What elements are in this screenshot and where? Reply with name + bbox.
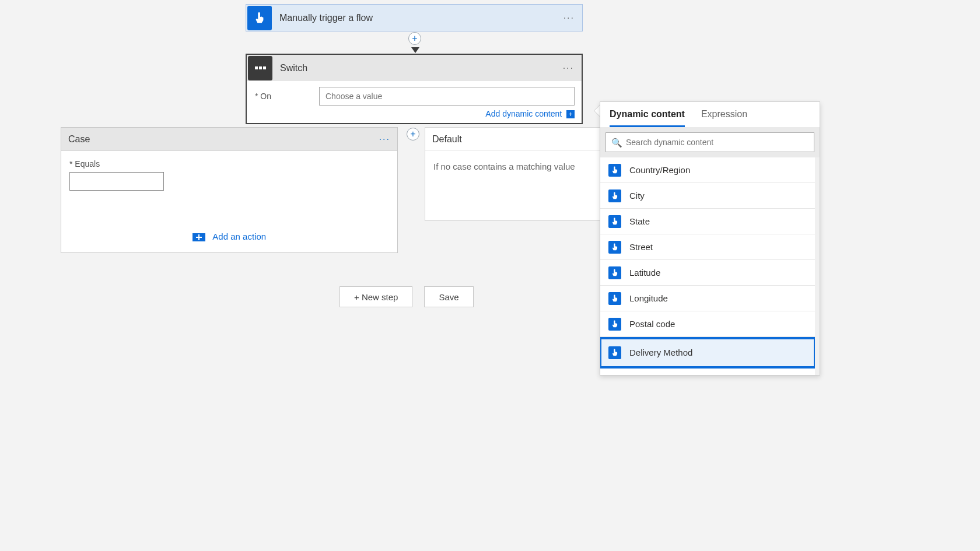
case-card: Case ··· * Equals Add an action [61, 127, 398, 253]
dynamic-content-search-input[interactable] [606, 132, 814, 152]
connector: + [408, 32, 422, 54]
touch-icon [253, 12, 266, 24]
search-icon: 🔍 [611, 138, 622, 148]
dynamic-content-item-label: Street [629, 242, 653, 252]
dynamic-content-panel: Dynamic content Expression 🔍 Country/Reg… [600, 101, 820, 375]
trigger-source-icon [608, 189, 621, 202]
trigger-source-icon [608, 164, 621, 177]
default-title: Default [432, 134, 462, 145]
dynamic-content-item[interactable]: City [600, 183, 815, 209]
dynamic-content-item[interactable]: Country/Region [600, 157, 815, 183]
dynamic-content-item-label: Country/Region [629, 165, 690, 175]
trigger-source-icon [608, 215, 621, 228]
switch-title: Switch [280, 63, 307, 73]
dynamic-content-item[interactable]: Postal code [600, 311, 815, 337]
add-step-circle-icon[interactable]: + [408, 32, 421, 45]
dynamic-content-item[interactable]: Latitude [600, 260, 815, 286]
trigger-more-icon[interactable]: ··· [564, 13, 575, 23]
add-action-icon [192, 233, 205, 241]
dynamic-content-item-label: Delivery Method [629, 348, 692, 357]
tab-dynamic-content[interactable]: Dynamic content [610, 109, 685, 127]
dynamic-content-item[interactable]: Message [600, 368, 815, 375]
case-header[interactable]: Case ··· [61, 128, 397, 151]
switch-more-icon[interactable]: ··· [563, 63, 574, 73]
tab-expression[interactable]: Expression [701, 109, 747, 127]
footer-buttons: + New step Save [340, 286, 474, 307]
dynamic-content-item-label: Latitude [629, 268, 660, 278]
trigger-source-icon [608, 241, 621, 254]
new-step-button[interactable]: + New step [340, 286, 412, 307]
arrow-down-icon [411, 47, 419, 53]
save-button[interactable]: Save [424, 286, 473, 307]
trigger-source-icon [608, 266, 621, 279]
dynamic-content-item-label: Longitude [629, 293, 668, 303]
dynamic-content-item-label: Postal code [629, 319, 675, 329]
dynamic-content-item[interactable]: Street [600, 234, 815, 260]
dynamic-content-item[interactable]: State [600, 209, 815, 234]
dynamic-content-item[interactable]: Delivery Method [600, 338, 815, 367]
trigger-card[interactable]: Manually trigger a flow ··· [246, 4, 583, 31]
trigger-source-icon [608, 346, 621, 359]
trigger-source-icon [608, 375, 621, 375]
equals-input[interactable] [69, 172, 164, 191]
dynamic-content-item-label: City [629, 191, 645, 201]
switch-body: * On Add dynamic content + [247, 81, 582, 123]
switch-icon [248, 56, 272, 80]
dynamic-content-item[interactable]: Longitude [600, 286, 815, 311]
case-more-icon[interactable]: ··· [379, 134, 390, 145]
add-case-circle-icon[interactable]: + [407, 128, 419, 141]
case-add-action-link[interactable]: Add an action [212, 231, 266, 241]
dynamic-content-item-label: State [629, 216, 650, 226]
trigger-source-icon [608, 292, 621, 305]
switch-card: Switch ··· * On Add dynamic content + [246, 54, 583, 124]
on-value-input[interactable] [319, 87, 575, 106]
scrollbar-thumb[interactable] [815, 254, 820, 367]
manual-trigger-icon [247, 6, 272, 30]
trigger-title: Manually trigger a flow [279, 13, 373, 23]
switch-header[interactable]: Switch ··· [247, 55, 582, 81]
case-title: Case [68, 134, 90, 145]
equals-label: * Equals [69, 159, 389, 169]
add-dynamic-badge-icon[interactable]: + [566, 110, 575, 118]
dynamic-content-list: Country/RegionCityStateStreetLatitudeLon… [600, 157, 820, 375]
trigger-source-icon [608, 318, 621, 331]
add-dynamic-content-link[interactable]: Add dynamic content [485, 109, 562, 118]
on-label: * On [255, 92, 319, 101]
